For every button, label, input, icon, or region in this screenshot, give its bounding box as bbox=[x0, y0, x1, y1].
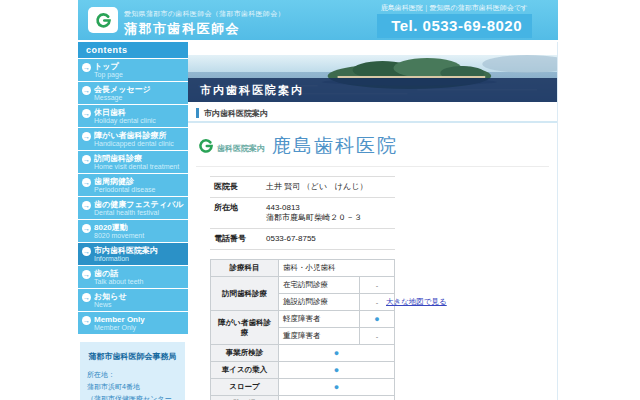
office-address: 蒲郡市浜町4番地 bbox=[87, 382, 178, 391]
sidebar-item-news[interactable]: → お知らせ News bbox=[78, 289, 188, 311]
arrow-icon: → bbox=[82, 132, 91, 141]
table-row: 事業所検診 ● bbox=[211, 345, 395, 362]
breadcrumb: 市内歯科医院案内 bbox=[188, 105, 557, 123]
page-title-row: 歯科医院案内 鹿島歯科医院 bbox=[196, 129, 549, 167]
arrow-icon: → bbox=[82, 178, 91, 187]
arrow-icon: → bbox=[82, 270, 91, 279]
arrow-icon: → bbox=[82, 316, 91, 325]
site-logo bbox=[88, 7, 118, 33]
row-label: 医院長 bbox=[210, 177, 262, 198]
table-row: 医院長 土井 賢司 （どい けんじ） bbox=[210, 177, 395, 198]
header-description: 鹿島歯科医院｜愛知県の蒲郡市歯科医師会です bbox=[377, 3, 532, 13]
arrow-icon: → bbox=[82, 247, 91, 256]
sidebar-item-member-only[interactable]: → Member Only Member Only bbox=[78, 312, 188, 334]
arrow-icon: → bbox=[82, 293, 91, 302]
sidebar-item-tooth-talk[interactable]: → 歯の話 Talk about teeth bbox=[78, 266, 188, 288]
arrow-icon: → bbox=[82, 86, 91, 95]
main-content: 市内歯科医院案内 市内歯科医院案内 歯科医院案内 鹿島歯科医院 bbox=[188, 42, 558, 400]
dept-value: 歯科・小児歯科 bbox=[279, 260, 395, 277]
hero-title: 市内歯科医院案内 bbox=[200, 84, 304, 96]
logo-g-icon bbox=[95, 12, 112, 29]
header-phone-number: Tel. 0533-69-8020 bbox=[377, 14, 532, 38]
status-mark: ● bbox=[279, 396, 395, 400]
sidebar-item-top[interactable]: → トップ Top page bbox=[78, 59, 188, 81]
status-mark: ● bbox=[279, 362, 395, 379]
phone-value: 0533-67-8755 bbox=[262, 229, 395, 250]
table-row: 訪問歯科診療 在宅訪問診療 - bbox=[211, 277, 395, 294]
sidebar-item-8020-movement[interactable]: → 8020運動 8020 movement bbox=[78, 220, 188, 242]
sidebar-contents-header: contents bbox=[78, 42, 188, 58]
row-label: 駐車場 bbox=[211, 396, 279, 400]
table-row: 電話番号 0533-67-8755 bbox=[210, 229, 395, 250]
table-row: 駐車場 ● bbox=[211, 396, 395, 400]
sidebar-item-home-visit[interactable]: → 訪問歯科診療 Home visit dental treatment bbox=[78, 151, 188, 173]
row-label: 電話番号 bbox=[210, 229, 262, 250]
status-mark: ● bbox=[360, 311, 395, 328]
arrow-icon: → bbox=[82, 63, 91, 72]
office-address-note: （蒲郡市保健医療センター内） bbox=[87, 394, 178, 400]
sidebar-item-message[interactable]: → 会長メッセージ Message bbox=[78, 82, 188, 104]
row-label: 障がい者歯科診療 bbox=[211, 311, 279, 345]
site-name: 蒲郡市歯科医師会 bbox=[124, 20, 285, 38]
arrow-icon: → bbox=[82, 109, 91, 118]
breadcrumb-marker bbox=[196, 108, 199, 118]
row-label: スロープ bbox=[211, 379, 279, 396]
arrow-icon: → bbox=[82, 155, 91, 164]
status-mark: - bbox=[360, 328, 395, 345]
status-mark: ● bbox=[279, 379, 395, 396]
section-label: 歯科医院案内 bbox=[217, 143, 265, 154]
sub-label: 施設訪問診療 bbox=[279, 294, 360, 311]
sidebar-item-handicapped-dental[interactable]: → 障がい者歯科診療所 Handicapped dental clinic bbox=[78, 128, 188, 150]
director-value: 土井 賢司 （どい けんじ） bbox=[262, 177, 395, 198]
row-label: 診療科目 bbox=[211, 260, 279, 277]
table-row: 障がい者歯科診療 軽度障害者 ● bbox=[211, 311, 395, 328]
hero-title-band: 市内歯科医院案内 bbox=[188, 78, 557, 102]
table-row: スロープ ● bbox=[211, 379, 395, 396]
hero-image: 市内歯科医院案内 bbox=[188, 55, 557, 102]
row-label: 所在地 bbox=[210, 198, 262, 229]
sub-label: 重度障害者 bbox=[279, 328, 360, 345]
table-row: 所在地 443-0813 蒲郡市鹿島町柴崎２０－３ bbox=[210, 198, 395, 229]
office-address-label: 所在地： bbox=[87, 370, 178, 379]
table-row: 車イスの乗入 ● bbox=[211, 362, 395, 379]
sub-label: 軽度障害者 bbox=[279, 311, 360, 328]
sub-label: 在宅訪問診療 bbox=[279, 277, 360, 294]
status-mark: ● bbox=[279, 345, 395, 362]
sidebar-item-clinic-guide[interactable]: → 市内歯科医院案内 Information bbox=[78, 243, 188, 265]
breadcrumb-label: 市内歯科医院案内 bbox=[204, 108, 268, 119]
sidebar-item-dental-festival[interactable]: → 歯の健康フェスティバル Dental health festival bbox=[78, 197, 188, 219]
row-label: 車イスの乗入 bbox=[211, 362, 279, 379]
arrow-icon: → bbox=[82, 224, 91, 233]
page-title: 鹿島歯科医院 bbox=[272, 133, 398, 159]
site-header: 愛知県蒲郡市の歯科医師会（蒲郡市歯科医師会） 蒲郡市歯科医師会 鹿島歯科医院｜愛… bbox=[78, 0, 558, 40]
sidebar-item-holiday-dental[interactable]: → 休日歯科 Holiday dental clinic bbox=[78, 105, 188, 127]
office-title: 蒲郡市歯科医師会事務局 bbox=[87, 351, 178, 362]
status-mark: - bbox=[360, 277, 395, 294]
office-info-box: 蒲郡市歯科医師会事務局 所在地： 蒲郡市浜町4番地 （蒲郡市保健医療センター内）… bbox=[80, 342, 185, 400]
zip-code: 443-0813 bbox=[266, 203, 391, 213]
header-tagline: 愛知県蒲郡市の歯科医師会（蒲郡市歯科医師会） bbox=[124, 10, 285, 17]
street-address: 蒲郡市鹿島町柴崎２０－３ bbox=[266, 213, 391, 223]
table-row: 診療科目 歯科・小児歯科 bbox=[211, 260, 395, 277]
header-contact: 鹿島歯科医院｜愛知県の蒲郡市歯科医師会です Tel. 0533-69-8020 bbox=[377, 3, 532, 38]
arrow-icon: → bbox=[82, 201, 91, 210]
clinic-info-table: 医院長 土井 賢司 （どい けんじ） 所在地 443-0813 蒲郡市鹿島町柴崎… bbox=[210, 176, 395, 250]
sidebar-item-periodontal[interactable]: → 歯周病健診 Periodontal disease bbox=[78, 174, 188, 196]
clinic-guide-icon bbox=[198, 138, 214, 154]
clinic-services-table: 診療科目 歯科・小児歯科 訪問歯科診療 在宅訪問診療 - 施設訪問診療 - bbox=[210, 259, 395, 400]
view-large-map-link[interactable]: 大きな地図で見る bbox=[386, 297, 447, 307]
sidebar: contents → トップ Top page → 会長メッセージ Messag… bbox=[78, 42, 188, 400]
row-label: 事業所検診 bbox=[211, 345, 279, 362]
row-label: 訪問歯科診療 bbox=[211, 277, 279, 311]
page-container: 愛知県蒲郡市の歯科医師会（蒲郡市歯科医師会） 蒲郡市歯科医師会 鹿島歯科医院｜愛… bbox=[78, 0, 558, 400]
clinic-detail: 歯科医院案内 鹿島歯科医院 医院長 土井 賢司 （どい けんじ） 所在地 443… bbox=[188, 123, 557, 400]
address-value: 443-0813 蒲郡市鹿島町柴崎２０－３ bbox=[262, 198, 395, 229]
